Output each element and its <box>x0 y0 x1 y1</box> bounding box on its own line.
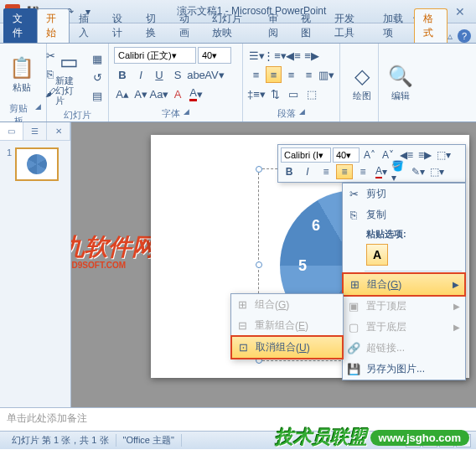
reset-icon[interactable]: ↺ <box>89 69 106 85</box>
context-menu: ✂ 剪切 ⎘ 复制 粘贴选项: A ⊞ 组合(G) ▶ ▣ 置于顶层 ▶ ▢ 置… <box>342 183 466 380</box>
slide-thumbnail[interactable]: 1 <box>7 147 64 181</box>
submenu-group[interactable]: ⊞ 组合(G) <box>231 294 343 315</box>
layout-icon[interactable]: ▦ <box>89 50 106 67</box>
menu-group[interactable]: ⊞ 组合(G) ▶ <box>344 274 464 295</box>
mini-arrange-button[interactable]: ⬚▾ <box>428 164 445 179</box>
font-name-select[interactable]: Calibri (正文) ▾ <box>114 47 196 64</box>
menu-hyperlink[interactable]: 🔗 超链接... <box>343 338 465 359</box>
tab-file[interactable]: 文件 <box>3 8 37 43</box>
new-slide-icon: ▭ <box>55 49 82 75</box>
tab-view[interactable]: 视图 <box>292 8 325 43</box>
mini-indent-inc-icon[interactable]: ≡▶ <box>416 147 433 163</box>
paste-option-keep[interactable]: A <box>366 244 388 266</box>
ribbon-minimize-icon[interactable]: ▵ <box>448 30 453 42</box>
footer-watermark: 技术员联盟 www.jsgho.com <box>275 425 469 450</box>
columns-button[interactable]: ▥▾ <box>318 66 334 83</box>
new-slide-button[interactable]: ▭ 新建 幻灯片 <box>52 47 85 107</box>
outline-tab[interactable]: ☰ <box>23 122 47 140</box>
tab-slideshow[interactable]: 幻灯片放映 <box>203 8 258 43</box>
pie-segment-5: 5 <box>298 257 307 275</box>
close-button[interactable]: ✕ <box>449 4 471 19</box>
mini-bold-button[interactable]: B <box>281 164 298 179</box>
mini-fill-button[interactable]: 🪣▾ <box>391 164 408 179</box>
text-direction-button[interactable]: ⇅ <box>266 85 283 102</box>
line-spacing-button[interactable]: ‡≡▾ <box>248 85 265 102</box>
paste-button[interactable]: 📋 粘贴 <box>5 53 39 96</box>
paste-label: 粘贴 <box>13 81 31 94</box>
slides-tab[interactable]: ▭ <box>0 122 23 140</box>
mini-font-select[interactable]: Calibri (I▾ <box>281 147 331 163</box>
handle-w[interactable] <box>256 261 262 268</box>
underline-button[interactable]: U <box>151 66 168 83</box>
indent-inc-button[interactable]: ≡▶ <box>303 47 320 64</box>
numbering-button[interactable]: ⋮≡▾ <box>266 47 283 64</box>
group-icon: ⊞ <box>235 297 250 313</box>
bullets-button[interactable]: ☰▾ <box>248 47 265 64</box>
shrink-font-button[interactable]: A▾ <box>132 85 149 102</box>
handle-nw[interactable] <box>256 166 262 173</box>
tab-addins[interactable]: 加载项 <box>374 8 415 43</box>
smartart-button[interactable]: ⬚ <box>303 85 320 102</box>
mini-size-select[interactable]: 40▾ <box>333 147 360 163</box>
tab-design[interactable]: 设计 <box>103 8 137 43</box>
mini-grow-icon[interactable]: A˄ <box>361 147 378 163</box>
mini-toolbar: Calibri (I▾ 40▾ A˄ A˅ ◀≡ ≡▶ ⬚▾ B I ≡ ≡ ≡… <box>277 144 466 183</box>
section-icon[interactable]: ▤ <box>89 87 106 104</box>
align-text-button[interactable]: ▭ <box>285 85 302 102</box>
shadow-button[interactable]: abe <box>188 66 204 83</box>
menu-send-back[interactable]: ▢ 置于底层 ▶ <box>343 317 465 338</box>
strike-button[interactable]: S <box>169 66 186 83</box>
align-center-button[interactable]: ≡ <box>266 66 282 83</box>
thumb-number: 1 <box>7 147 12 181</box>
change-case-button[interactable]: Aa▾ <box>151 85 168 102</box>
clear-format-button[interactable]: A <box>169 85 186 102</box>
drawing-button[interactable]: ◇ 绘图 <box>345 61 379 104</box>
menu-copy[interactable]: ⎘ 复制 <box>343 204 465 225</box>
menu-bring-front[interactable]: ▣ 置于顶层 ▶ <box>343 296 465 317</box>
mini-align-right-button[interactable]: ≡ <box>354 164 371 179</box>
watermark-text: 第九软件网 <box>71 231 155 263</box>
tab-review[interactable]: 审阅 <box>259 8 292 43</box>
help-icon[interactable]: ? <box>458 29 471 43</box>
paragraph-launcher[interactable]: ◢ <box>299 107 305 120</box>
align-right-button[interactable]: ≡ <box>283 66 299 83</box>
tab-home[interactable]: 开始 <box>37 8 70 43</box>
editing-button[interactable]: 🔍 编辑 <box>384 61 417 104</box>
menu-cut[interactable]: ✂ 剪切 <box>343 184 465 204</box>
group-paragraph: ☰▾ ⋮≡▾ ◀≡ ≡▶ ≡ ≡ ≡ ≡ ▥▾ ‡≡▾ ⇅ ▭ ⬚ 段落◢ <box>243 44 340 122</box>
group-slides: ▭ 新建 幻灯片 ▦ ↺ ▤ 幻灯片 <box>47 44 109 122</box>
menu-save-as-pic[interactable]: 💾 另存为图片... <box>343 359 465 380</box>
font-size-select[interactable]: 40 ▾ <box>198 47 231 64</box>
mini-align-center-button[interactable]: ≡ <box>336 164 353 179</box>
find-icon: 🔍 <box>387 63 414 90</box>
shapes-icon: ◇ <box>349 63 375 90</box>
indent-dec-button[interactable]: ◀≡ <box>285 47 302 64</box>
tab-insert[interactable]: 插入 <box>70 8 103 43</box>
mini-italic-button[interactable]: I <box>299 164 316 179</box>
mini-font-color-button[interactable]: A▾ <box>373 164 390 179</box>
submenu-regroup[interactable]: ⊟ 重新组合(E) <box>231 315 343 336</box>
mini-align-left-button[interactable]: ≡ <box>318 164 334 179</box>
tab-transitions[interactable]: 切换 <box>137 8 170 43</box>
mini-effects-icon[interactable]: ⬚▾ <box>435 147 452 163</box>
notes-placeholder: 单击此处添加备注 <box>7 412 87 424</box>
ungroup-icon: ⊡ <box>235 340 251 355</box>
group-icon: ⊞ <box>347 277 362 292</box>
font-launcher[interactable]: ◢ <box>184 107 189 120</box>
mini-pie-icon <box>27 154 47 174</box>
bold-button[interactable]: B <box>114 66 131 83</box>
panel-close[interactable]: ✕ <box>47 122 70 140</box>
justify-button[interactable]: ≡ <box>301 66 317 83</box>
tab-animations[interactable]: 动画 <box>170 8 204 43</box>
tab-format[interactable]: 格式 <box>414 8 448 43</box>
group-clipboard: 📋 粘贴 ✂ ⎘ 🖌 剪贴板◢ <box>0 44 47 122</box>
submenu-ungroup[interactable]: ⊡ 取消组合(U) <box>232 337 342 358</box>
spacing-button[interactable]: AV▾ <box>206 66 223 83</box>
tab-developer[interactable]: 开发工具 <box>325 8 373 43</box>
italic-button[interactable]: I <box>132 66 149 83</box>
font-color-button[interactable]: A▾ <box>188 85 204 102</box>
paste-options-label: 粘贴选项: <box>343 225 465 242</box>
align-left-button[interactable]: ≡ <box>248 66 264 83</box>
grow-font-button[interactable]: A▴ <box>114 85 131 102</box>
mini-outline-button[interactable]: ✎▾ <box>410 164 427 179</box>
